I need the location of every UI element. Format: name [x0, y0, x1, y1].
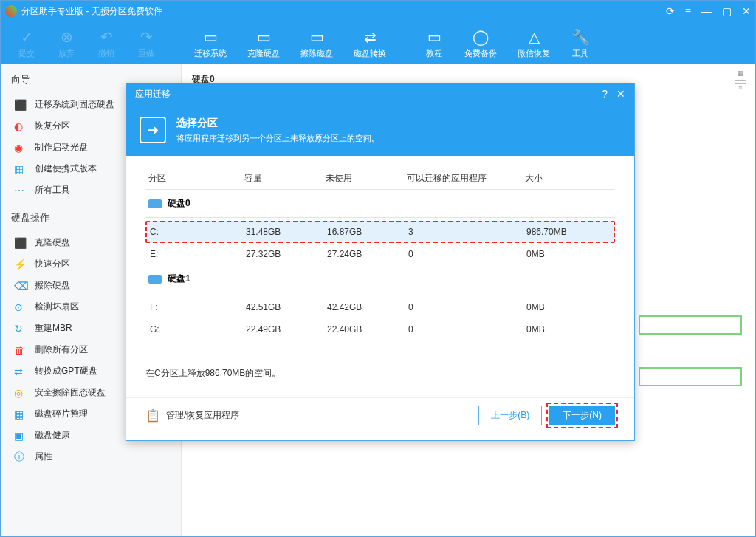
backup-button[interactable]: ◯免费备份: [456, 24, 506, 62]
wizard-icon: ◐: [14, 121, 27, 131]
partition-row[interactable]: C:31.48GB16.87GB3986.70MB: [145, 221, 615, 243]
close-icon[interactable]: ✕: [742, 5, 751, 17]
wechat-button[interactable]: △微信恢复: [509, 24, 559, 62]
tutorial-button[interactable]: ▭教程: [416, 24, 453, 62]
dialog-title-text: 应用迁移: [135, 88, 593, 100]
back-button[interactable]: 上一步(B): [478, 406, 542, 425]
disk-bar-0: [639, 315, 742, 335]
app-migration-dialog: 应用迁移 ? ✕ ➜ 选择分区 将应用程序迁移到另一个分区上来释放原分区上的空间…: [126, 83, 635, 441]
disk-icon: [148, 199, 162, 208]
partition-row[interactable]: G:22.49GB22.40GB00MB: [145, 318, 615, 341]
wrench-icon: 🔧: [571, 27, 590, 47]
erase-icon: ▭: [307, 27, 326, 47]
refresh-icon[interactable]: ⟳: [666, 5, 675, 17]
maximize-icon[interactable]: ▢: [722, 5, 732, 17]
sidebar-item-label: 快速分区: [35, 258, 70, 270]
partition-row[interactable]: E:27.32GB27.24GB00MB: [145, 243, 615, 265]
sidebar-item-label: 制作启动光盘: [35, 141, 88, 154]
title-bar: 分区助手专业版 - 无损分区免费软件 ⟳ ≡ — ▢ ✕: [1, 1, 755, 21]
clone-button[interactable]: ▭克隆硬盘: [238, 24, 289, 62]
redo-button[interactable]: ↷重做: [128, 24, 165, 62]
banner-title: 选择分区: [176, 117, 379, 130]
wizard-icon: ◉: [14, 143, 27, 153]
manage-icon: 📋: [145, 408, 160, 423]
next-button[interactable]: 下一步(N): [549, 406, 615, 425]
erase-button[interactable]: ▭擦除磁盘: [292, 24, 342, 62]
sidebar-item-label: 所有工具: [35, 184, 70, 196]
diskop-icon: ▣: [14, 431, 27, 441]
dialog-titlebar: 应用迁移 ? ✕: [126, 83, 634, 104]
diskop-icon: ▦: [14, 409, 27, 420]
wechat-icon: △: [524, 27, 543, 47]
diskop-icon: ⬛: [14, 238, 27, 248]
sidebar-item-label: 擦除硬盘: [35, 279, 70, 292]
col-apps: 可以迁移的应用程序: [407, 172, 525, 185]
tools-button[interactable]: 🔧工具: [562, 24, 599, 62]
undo-button[interactable]: ↶撤销: [88, 24, 125, 62]
diskop-icon: ⇄: [14, 366, 27, 377]
banner-subtitle: 将应用程序迁移到另一个分区上来释放原分区上的空间。: [176, 133, 379, 144]
release-text: 在C分区上释放986.70MB的空间。: [145, 341, 615, 390]
manage-apps-link[interactable]: 📋 管理/恢复应用程序: [145, 408, 239, 423]
diskop-icon: ◎: [14, 388, 27, 398]
backup-icon: ◯: [471, 27, 490, 47]
col-partition: 分区: [148, 172, 244, 185]
sidebar-item-label: 迁移系统到固态硬盘: [35, 98, 114, 111]
app-title: 分区助手专业版 - 无损分区免费软件: [21, 5, 666, 18]
diskop-icon: 🗑: [14, 345, 27, 355]
col-size: 大小: [525, 172, 599, 185]
wizard-icon: ⬛: [14, 100, 27, 110]
sidebar-item-label: 恢复分区: [35, 120, 70, 132]
undo-icon: ↶: [97, 27, 116, 47]
sidebar-item-label: 转换成GPT硬盘: [35, 365, 97, 377]
minimize-icon[interactable]: —: [701, 5, 712, 17]
table-header: 分区 容量 未使用 可以迁移的应用程序 大小: [145, 168, 615, 190]
menu-icon[interactable]: ≡: [685, 5, 691, 17]
diskop-icon: ⌫: [14, 281, 27, 291]
list-view-icon[interactable]: ≡: [735, 83, 746, 95]
folder-arrow-icon: ➜: [140, 117, 166, 143]
redo-icon: ↷: [137, 27, 156, 47]
sidebar-item-label: 磁盘碎片整理: [35, 408, 88, 420]
disk0-head: 硬盘0: [145, 190, 615, 214]
drives-icon: ▭: [254, 27, 273, 47]
book-icon: ▭: [425, 27, 444, 47]
sidebar-item-label: 安全擦除固态硬盘: [35, 386, 106, 399]
wizard-icon: ⋯: [14, 185, 27, 196]
sidebar-item-label: 重建MBR: [35, 322, 72, 335]
cancel-icon: ⊗: [57, 27, 76, 47]
grid-view-icon[interactable]: ▦: [735, 69, 746, 81]
check-icon: ✓: [17, 27, 36, 47]
sidebar-item-label: 磁盘健康: [35, 429, 70, 442]
abandon-button[interactable]: ⊗放弃: [48, 24, 85, 62]
diskop-item[interactable]: ⓘ属性: [11, 446, 171, 468]
sidebar-item-label: 删除所有分区: [35, 343, 88, 356]
col-capacity: 容量: [244, 172, 326, 185]
app-logo-icon: [5, 5, 17, 17]
disk-bar-1: [639, 367, 742, 386]
disk-icon: [148, 275, 162, 284]
dialog-help-icon[interactable]: ?: [602, 88, 608, 100]
sidebar-item-label: 创建便携式版本: [35, 163, 97, 175]
submit-button[interactable]: ✓提交: [8, 24, 45, 62]
convert-button[interactable]: ⇄磁盘转换: [345, 24, 395, 62]
diskop-icon: ⓘ: [14, 452, 27, 462]
partition-row[interactable]: F:42.51GB42.42GB00MB: [145, 296, 615, 318]
sidebar-item-label: 检测坏扇区: [35, 301, 79, 313]
diskop-icon: ↻: [14, 324, 27, 334]
wizard-icon: ▦: [14, 164, 27, 174]
sidebar-item-label: 克隆硬盘: [35, 236, 70, 249]
diskop-icon: ⚡: [14, 259, 27, 270]
migrate-button[interactable]: ▭迁移系统: [185, 24, 236, 62]
sidebar-item-label: 属性: [35, 451, 52, 463]
dialog-close-icon[interactable]: ✕: [616, 88, 625, 100]
main-toolbar: ✓提交 ⊗放弃 ↶撤销 ↷重做 ▭迁移系统 ▭克隆硬盘 ▭擦除磁盘 ⇄磁盘转换 …: [1, 21, 755, 64]
disk1-head: 硬盘1: [145, 265, 615, 290]
drive-arrow-icon: ▭: [201, 27, 220, 47]
dialog-banner: ➜ 选择分区 将应用程序迁移到另一个分区上来释放原分区上的空间。: [126, 104, 634, 156]
diskop-icon: ⊙: [14, 302, 27, 312]
col-unused: 未使用: [326, 172, 407, 185]
convert-icon: ⇄: [360, 27, 379, 47]
